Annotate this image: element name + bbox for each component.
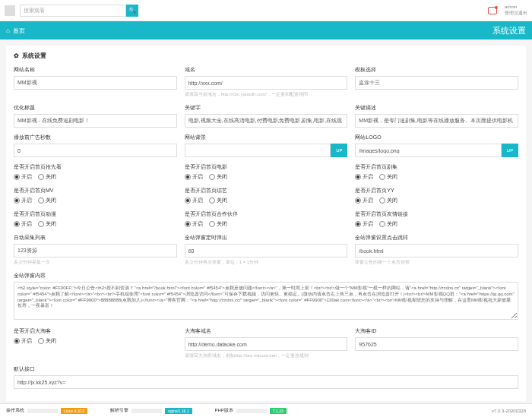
site-bg-upload[interactable]: UP (331, 144, 347, 157)
keywords-input[interactable] (185, 114, 348, 128)
r3c-off[interactable]: 关闭 (379, 220, 397, 228)
label-default-api: 默认接口 (14, 365, 518, 373)
label-ad-seconds: 播放前广告秒数 (14, 134, 177, 141)
r3b-off[interactable]: 关闭 (209, 220, 227, 228)
nav-home[interactable]: 首页 (13, 27, 25, 35)
ad-seconds-input[interactable] (14, 144, 177, 157)
home-icon: ⌂ (6, 27, 10, 34)
page-title: 系统设置 (492, 25, 526, 36)
label-popup-btn: 全站弹窗设置点击跳转 (355, 234, 518, 242)
popup-content-textarea[interactable] (14, 282, 518, 320)
keydesc-input[interactable] (355, 114, 518, 128)
site-name-input[interactable] (14, 76, 177, 90)
label-site-bg: 网站背景 (185, 134, 348, 141)
default-api-input[interactable] (14, 375, 518, 389)
label-template: 模板选择 (355, 66, 518, 74)
label-dataoke-id: 大淘客ID (355, 327, 518, 335)
r1c-on[interactable]: 开启 (355, 173, 373, 181)
r2a-on[interactable]: 开启 (14, 197, 32, 204)
r1c-off[interactable]: 关闭 (379, 173, 397, 181)
site-logo-upload[interactable]: UP (502, 144, 518, 157)
search-input[interactable]: 搜索观看 (20, 5, 126, 17)
label-dataoke: 是否开启大淘客 (14, 327, 177, 335)
search-button[interactable]: 🔍 (126, 5, 138, 17)
r3a-on[interactable]: 开启 (14, 220, 32, 228)
label-r1c: 是否开启首页剧集 (355, 163, 518, 171)
popup-btn-input[interactable] (355, 244, 518, 257)
r3b-on[interactable]: 开启 (185, 220, 203, 228)
r1a-off[interactable]: 关闭 (38, 173, 56, 181)
label-r3c: 是否开启首页友情链接 (355, 210, 518, 218)
site-bg-input[interactable] (185, 144, 331, 157)
gear-icon: ✿ (14, 52, 19, 59)
label-r2b: 是否开启首页综艺 (185, 187, 348, 194)
auto-res-hint: 多少分钟采集一次 (14, 259, 177, 266)
r2c-on[interactable]: 开启 (355, 197, 373, 204)
dataoke-on[interactable]: 开启 (14, 337, 32, 345)
opt-title-input[interactable] (14, 114, 177, 128)
auto-res-input[interactable] (14, 244, 177, 257)
popup-time-input[interactable] (185, 244, 348, 257)
label-keywords: 关键字 (185, 104, 348, 112)
label-popup-content: 全站弹窗内容 (14, 272, 518, 280)
domain-hint: 请填写当前域名，http://cbc.yauadh.com/，一定要和配置相同 (185, 91, 348, 98)
label-r3a: 是否开启首页动漫 (14, 210, 177, 218)
label-r1b: 是否开启首页电影 (185, 163, 348, 171)
panel-title-text: 系统设置 (22, 52, 46, 60)
r1b-off[interactable]: 关闭 (209, 173, 227, 181)
dataoke-domain-input[interactable] (185, 337, 348, 351)
label-r2a: 是否开启首页MV (14, 187, 177, 194)
label-r1a: 是否开启首页抢先看 (14, 163, 177, 171)
label-r3b: 是否开启首页合作伙伴 (185, 210, 348, 218)
label-opt-title: 优化标题 (14, 104, 177, 112)
message-icon[interactable] (488, 7, 497, 14)
label-auto-res: 自动采集列表 (14, 234, 177, 242)
dataoke-off[interactable]: 关闭 (38, 337, 56, 345)
dataoke-domain-hint: 请填写大淘客域名，例如http://tao.mitcool.net/，一定要按规… (185, 352, 348, 359)
label-dataoke-domain: 大淘客域名 (185, 327, 348, 335)
r1b-on[interactable]: 开启 (185, 173, 203, 181)
popup-btn-hint: 弹窗公告的第一个点击按钮 (355, 259, 518, 266)
dataoke-id-input[interactable] (355, 337, 518, 351)
label-domain: 域名 (185, 66, 348, 74)
label-popup-time: 全站弹窗定时弹出 (185, 234, 348, 242)
r3c-on[interactable]: 开启 (355, 220, 373, 228)
popup-time-hint: 多少分钟再次弹窗，单位：1 = 1分钟 (185, 259, 348, 266)
site-logo-input[interactable] (355, 144, 502, 157)
app-grid-icon[interactable] (5, 5, 15, 16)
user-info[interactable]: admin 管理员退出 (505, 5, 527, 15)
label-r2c: 是否开启首页YY (355, 187, 518, 194)
r2b-on[interactable]: 开启 (185, 197, 203, 204)
label-site-name: 网站名称 (14, 66, 177, 74)
r1a-on[interactable]: 开启 (14, 173, 32, 181)
r2a-off[interactable]: 关闭 (38, 197, 56, 204)
label-site-logo: 网站LOGO (355, 134, 518, 141)
label-keydesc: 关键描述 (355, 104, 518, 112)
r3a-off[interactable]: 关闭 (38, 220, 56, 228)
template-input[interactable] (355, 76, 518, 90)
r2c-off[interactable]: 关闭 (379, 197, 397, 204)
r2b-off[interactable]: 关闭 (209, 197, 227, 204)
domain-input[interactable] (185, 76, 348, 90)
